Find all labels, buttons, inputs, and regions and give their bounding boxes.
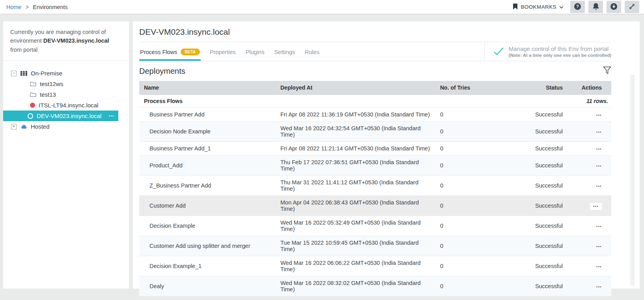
arrow-down-circle-icon: [610, 3, 618, 11]
row-actions-button[interactable]: •••: [596, 225, 602, 229]
group-label: Process Flows: [139, 95, 530, 108]
tab-label: Process Flows: [140, 49, 177, 55]
download-button[interactable]: [607, 1, 621, 13]
row-actions-button[interactable]: •••: [596, 130, 602, 134]
table-row[interactable]: Z_Business Partner Add Thu Mar 31 2022 1…: [139, 176, 611, 196]
row-actions-button[interactable]: •••: [596, 184, 602, 188]
circle-outline-icon: [28, 113, 33, 119]
help-button[interactable]: ?: [570, 1, 585, 13]
environments-sidebar: Currently you are managing control of en…: [3, 21, 129, 289]
tree-node-test12ws[interactable]: test12ws: [3, 79, 129, 89]
column-header-status: Status: [530, 81, 574, 95]
collapse-toggle[interactable]: −: [11, 71, 17, 76]
notifications-button[interactable]: [588, 1, 603, 13]
tab-properties[interactable]: Properties: [209, 42, 237, 61]
manage-control-toggle[interactable]: Manage control of this Env from portal (…: [484, 42, 611, 61]
topbar: Home > Environments BOOKMARKS ?: [0, 0, 644, 14]
table-row[interactable]: trigger_pf3 Mon Mar 14 2022 10:53:38 GMT…: [139, 296, 611, 300]
table-row[interactable]: Dealy Wed Mar 16 2022 08:32:02 GMT+0530 …: [139, 276, 611, 296]
table-row[interactable]: Decision Example_1 Wed Mar 16 2022 06:06…: [139, 256, 611, 276]
status-value: Successful: [530, 196, 574, 216]
tab-settings[interactable]: Settings: [273, 42, 295, 61]
tab-label: Settings: [274, 49, 295, 55]
fullscreen-button[interactable]: [625, 1, 639, 13]
deployed-at: Wed Mar 16 2022 08:32:02 GMT+0530 (India…: [277, 276, 437, 296]
bell-icon: [592, 3, 599, 11]
beta-badge: BETA: [181, 49, 200, 55]
tree-node-itsl-lt94[interactable]: ITSL-LT94.insync.local: [3, 100, 129, 111]
status-value: Successful: [530, 216, 574, 236]
tab-label: Properties: [210, 49, 236, 55]
table-row[interactable]: Decision Example Wed Mar 16 2022 05:32:4…: [139, 216, 611, 236]
managing-control-note: Currently you are managing control of en…: [3, 21, 129, 61]
flow-name: Dealy: [139, 276, 277, 296]
expand-toggle[interactable]: +: [11, 124, 17, 129]
folder-icon: [30, 81, 36, 86]
deployed-at: Fri Apr 08 2022 11:21:14 GMT+0530 (India…: [277, 142, 437, 156]
filter-button[interactable]: [603, 66, 611, 76]
check-icon: [493, 47, 504, 57]
servers-icon: [21, 71, 27, 76]
deployments-heading: Deployments: [139, 67, 185, 76]
tries-count: 0: [437, 176, 530, 196]
tree-node-label: On-Premise: [31, 70, 62, 77]
tree-node-hosted[interactable]: + Hosted: [3, 121, 129, 132]
table-row[interactable]: Customer Add using splitter and merger T…: [139, 236, 611, 256]
breadcrumb-home-link[interactable]: Home: [6, 4, 22, 10]
deployed-at: Wed Mar 16 2022 04:32:54 GMT+0530 (India…: [277, 122, 437, 142]
row-actions-button[interactable]: •••: [596, 113, 602, 117]
row-actions-button[interactable]: •••: [590, 203, 602, 210]
tab-plugins[interactable]: Plugins: [245, 42, 265, 61]
tries-count: 0: [437, 108, 530, 122]
status-value: Successful: [530, 256, 574, 276]
folder-icon: [30, 92, 36, 97]
flow-name: Decision Example: [139, 216, 277, 236]
bookmarks-label: BOOKMARKS: [521, 4, 556, 10]
table-row[interactable]: Product_Add Thu Feb 17 2022 07:36:51 GMT…: [139, 156, 611, 176]
tries-count: 0: [437, 256, 530, 276]
red-dot-icon: [30, 103, 35, 108]
deployed-at: Thu Mar 31 2022 11:41:12 GMT+0530 (India…: [277, 176, 437, 196]
tab-process-flows[interactable]: Process Flows BETA: [139, 42, 201, 61]
tab-rules[interactable]: Rules: [304, 42, 320, 61]
deployed-at: Wed Mar 16 2022 05:32:49 GMT+0530 (India…: [277, 216, 437, 236]
page-title: DEV-VM023.insync.local: [139, 27, 611, 37]
tries-count: 0: [437, 276, 530, 296]
table-row[interactable]: Business Partner Add Fri Apr 08 2022 11:…: [139, 108, 611, 122]
tries-count: 0: [437, 216, 530, 236]
environment-tree: − On-Premise test12ws test13 ITSL-LT94.i…: [3, 61, 129, 132]
status-value: Successful: [530, 142, 574, 156]
table-row[interactable]: Business Partner Add_1 Fri Apr 08 2022 1…: [139, 142, 611, 156]
table-scrollbar[interactable]: [630, 75, 635, 285]
managing-note-env: DEV-VM023.insync.local: [43, 38, 109, 44]
manage-control-note: (Note: At a time only one env can be con…: [509, 53, 611, 58]
tries-count: 0: [437, 236, 530, 256]
status-value: Successful: [530, 156, 574, 176]
table-row-hovered[interactable]: Customer Add Mon Apr 04 2022 06:38:43 GM…: [139, 196, 611, 216]
status-value: Successful: [530, 122, 574, 142]
row-actions-button[interactable]: •••: [596, 285, 602, 289]
flow-name: Customer Add: [139, 196, 277, 216]
row-actions-button[interactable]: •••: [596, 164, 602, 168]
table-group-row: Process Flows 11 rows.: [139, 95, 611, 108]
breadcrumb-separator: >: [26, 4, 29, 10]
tree-node-on-premise[interactable]: − On-Premise: [3, 68, 129, 79]
flow-name: Decision Node Example: [139, 122, 277, 142]
row-actions-button[interactable]: •••: [596, 265, 602, 269]
tries-count: 0: [437, 156, 530, 176]
deployed-at: Wed Mar 16 2022 06:06:22 GMT+0530 (India…: [277, 256, 437, 276]
deployed-at: Tue Mar 15 2022 10:59:45 GMT+0530 (India…: [277, 236, 437, 256]
table-row[interactable]: Decision Node Example Wed Mar 16 2022 04…: [139, 122, 611, 142]
row-actions-button[interactable]: •••: [596, 245, 602, 249]
flow-name: Customer Add using splitter and merger: [139, 236, 277, 256]
row-actions-button[interactable]: •••: [596, 147, 602, 151]
flow-name: Business Partner Add_1: [139, 142, 277, 156]
tries-count: 0: [437, 122, 530, 142]
status-value: Successful: [530, 108, 574, 122]
tree-node-dev-vm023-selected[interactable]: DEV-VM023.insync.local •••: [3, 111, 118, 121]
bookmarks-dropdown[interactable]: BOOKMARKS: [513, 4, 564, 11]
tree-node-label: DEV-VM023.insync.local: [37, 112, 101, 119]
tree-node-test13[interactable]: test13: [3, 89, 129, 100]
tree-node-menu-button[interactable]: •••: [109, 114, 114, 118]
tab-label: Rules: [305, 49, 319, 55]
